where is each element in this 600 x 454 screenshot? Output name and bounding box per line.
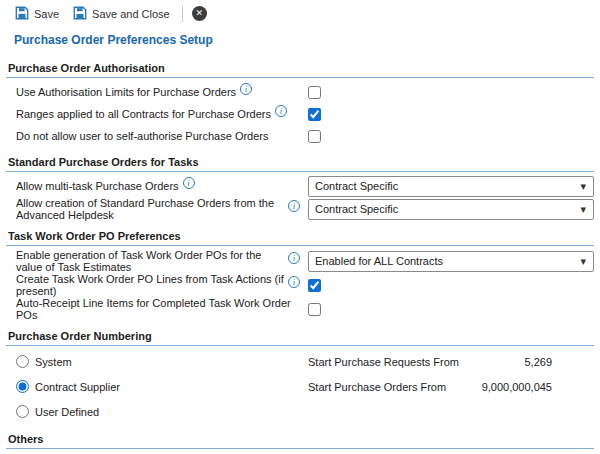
save-icon xyxy=(15,6,29,22)
close-button[interactable] xyxy=(188,4,211,23)
contract-supplier-radio-label: Contract Supplier xyxy=(35,381,120,393)
pref-row-auto-receipt: Auto-Receipt Line Items for Completed Ta… xyxy=(6,297,594,321)
estimates-select[interactable]: Enabled for ALL Contracts xyxy=(308,251,594,272)
save-and-close-button-label: Save and Close xyxy=(92,8,170,20)
section-header-standard-po: Standard Purchase Orders for Tasks xyxy=(6,153,594,172)
page-title: Purchase Order Preferences Setup xyxy=(0,26,600,53)
std-helpdesk-label: Allow creation of Standard Purchase Orde… xyxy=(16,197,284,221)
pref-row-self-authorise: Do not allow user to self-authorise Purc… xyxy=(6,125,594,147)
pref-row-estimates: Enable generation of Task Work Order POs… xyxy=(6,249,594,273)
numbering-row-contract: Contract Supplier Start Purchase Orders … xyxy=(6,374,594,399)
info-icon[interactable] xyxy=(275,105,287,117)
auth-limits-label: Use Authorisation Limits for Purchase Or… xyxy=(16,86,236,98)
std-helpdesk-select[interactable]: Contract Specific xyxy=(308,199,594,220)
info-icon[interactable] xyxy=(288,276,300,288)
section-authorisation: Purchase Order Authorisation Use Authori… xyxy=(6,59,594,147)
auth-limits-checkbox[interactable] xyxy=(308,86,321,99)
save-and-close-icon xyxy=(73,6,87,22)
close-circle-icon xyxy=(192,6,207,21)
info-icon[interactable] xyxy=(183,177,195,189)
pref-row-ranges: Ranges applied to all Contracts for Purc… xyxy=(6,103,594,125)
section-header-numbering: Purchase Order Numbering xyxy=(6,327,594,346)
section-task-wo: Task Work Order PO Preferences Enable ge… xyxy=(6,227,594,321)
start-orders-value[interactable]: 9,000,000,045 xyxy=(482,381,552,393)
ranges-label: Ranges applied to all Contracts for Purc… xyxy=(16,108,271,120)
section-standard-po: Standard Purchase Orders for Tasks Allow… xyxy=(6,153,594,221)
toolbar-divider xyxy=(182,6,183,22)
section-header-others: Others xyxy=(6,430,594,449)
multi-task-select-wrap: Contract Specific xyxy=(308,176,594,197)
pref-row-multi-task: Allow multi-task Purchase Orders Contrac… xyxy=(6,175,594,197)
ranges-checkbox[interactable] xyxy=(308,108,321,121)
system-radio-label: System xyxy=(35,356,72,368)
numbering-row-system: System Start Purchase Requests From 5,26… xyxy=(6,349,594,374)
info-icon[interactable] xyxy=(240,83,252,95)
task-actions-label: Create Task Work Order PO Lines from Tas… xyxy=(16,273,284,297)
pref-row-task-actions: Create Task Work Order PO Lines from Tas… xyxy=(6,273,594,297)
self-authorise-checkbox[interactable] xyxy=(308,130,321,143)
section-header-task-wo: Task Work Order PO Preferences xyxy=(6,227,594,246)
auto-receipt-checkbox[interactable] xyxy=(308,303,321,316)
auto-receipt-label: Auto-Receipt Line Items for Completed Ta… xyxy=(16,297,300,321)
user-defined-radio[interactable] xyxy=(16,405,29,418)
section-numbering: Purchase Order Numbering System Start Pu… xyxy=(6,327,594,424)
system-radio[interactable] xyxy=(16,355,29,368)
info-icon[interactable] xyxy=(288,252,300,264)
save-and-close-button[interactable]: Save and Close xyxy=(66,4,177,24)
user-defined-radio-label: User Defined xyxy=(35,406,99,418)
info-icon[interactable] xyxy=(288,200,300,212)
multi-task-select[interactable]: Contract Specific xyxy=(308,176,594,197)
section-others: Others Default delivery date number of d… xyxy=(6,430,594,454)
numbering-row-user: User Defined xyxy=(6,399,594,424)
save-button-label: Save xyxy=(34,8,59,20)
contract-supplier-radio[interactable] xyxy=(16,380,29,393)
pref-row-auth-limits: Use Authorisation Limits for Purchase Or… xyxy=(6,81,594,103)
pref-row-std-helpdesk: Allow creation of Standard Purchase Orde… xyxy=(6,197,594,221)
section-header-authorisation: Purchase Order Authorisation xyxy=(6,59,594,78)
save-button[interactable]: Save xyxy=(8,4,66,24)
self-authorise-label: Do not allow user to self-authorise Purc… xyxy=(16,130,269,142)
std-helpdesk-select-wrap: Contract Specific xyxy=(308,199,594,220)
task-actions-checkbox[interactable] xyxy=(308,279,321,292)
start-requests-value[interactable]: 5,269 xyxy=(524,356,552,368)
toolbar: Save Save and Close xyxy=(0,0,600,26)
multi-task-label: Allow multi-task Purchase Orders xyxy=(16,180,179,192)
start-orders-label: Start Purchase Orders From xyxy=(308,381,482,393)
estimates-label: Enable generation of Task Work Order POs… xyxy=(16,249,284,273)
estimates-select-wrap: Enabled for ALL Contracts xyxy=(308,251,594,272)
start-requests-label: Start Purchase Requests From xyxy=(308,356,524,368)
